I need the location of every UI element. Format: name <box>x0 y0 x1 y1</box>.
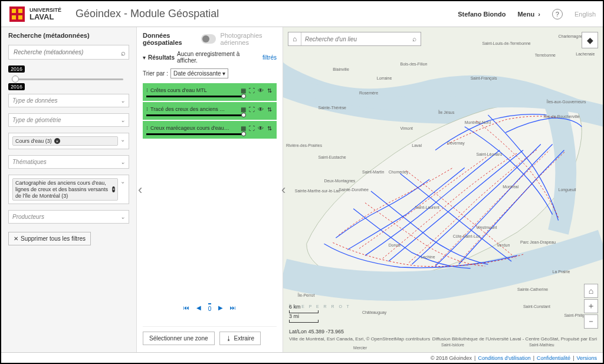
opacity-slider[interactable] <box>146 96 273 97</box>
svg-text:Lorraine: Lorraine <box>377 76 392 80</box>
select-zone-button[interactable]: Sélectionner une zone <box>143 332 215 345</box>
clear-filters-button[interactable]: ✕Supprimer tous les filtres <box>8 232 91 245</box>
thematiques-select[interactable]: Thématiques⌄ <box>8 155 129 169</box>
coordinates-readout: Lat/Lon 45.389 -73.965 <box>289 329 344 335</box>
svg-rect-3 <box>12 13 22 15</box>
svg-text:Terrebonne: Terrebonne <box>535 53 556 57</box>
svg-text:Saint-Mathieu: Saint-Mathieu <box>529 343 554 347</box>
drag-handle-icon[interactable]: ⁝ <box>146 106 148 112</box>
chevron-down-icon: ⌄ <box>120 117 125 123</box>
basemap-layers-icon[interactable]: ◆ <box>582 32 598 48</box>
attribute-table-icon[interactable]: ▦ <box>239 124 247 132</box>
privacy-link[interactable]: Confidentialité <box>537 355 570 361</box>
filtered-link[interactable]: filtrés <box>262 54 277 61</box>
svg-text:Montréal: Montréal <box>503 185 518 189</box>
svg-text:Saint-François: Saint-François <box>471 76 497 81</box>
results-summary: ▾ Résultats Aucun enregistrement à affic… <box>143 51 277 64</box>
visibility-icon[interactable]: 👁 <box>257 124 264 132</box>
svg-text:Île Jésus: Île Jésus <box>438 110 455 114</box>
svg-text:Bois-des-Filion: Bois-des-Filion <box>401 62 428 66</box>
collapse-results-handle[interactable]: ‹ <box>281 182 285 198</box>
zoom-in-icon[interactable]: ＋ <box>584 299 598 313</box>
collapse-sidebar-handle[interactable]: ‹ <box>138 182 142 198</box>
extract-button[interactable]: ⭳Extraire <box>219 332 261 345</box>
zoom-out-icon[interactable]: － <box>584 314 598 329</box>
carte-filter-select[interactable]: Cartographie des anciens cours d'eau, li… <box>8 175 129 204</box>
uni-label-name: LAVAL <box>29 13 61 21</box>
map-search-box: ⌂ ⌕ <box>288 32 421 46</box>
opacity-slider[interactable] <box>146 133 273 135</box>
attribute-table-icon[interactable]: ▦ <box>239 106 247 113</box>
svg-text:Sainte-Catherine: Sainte-Catherine <box>517 287 548 291</box>
remove-chip-icon[interactable]: × <box>54 138 60 144</box>
map-search-input[interactable] <box>301 36 408 42</box>
pager-first-icon[interactable]: ⏮ <box>183 304 189 311</box>
attribute-table-icon[interactable]: ▦ <box>239 87 247 94</box>
visibility-icon[interactable]: 👁 <box>257 106 264 113</box>
search-icon[interactable]: ⌕ <box>121 48 126 57</box>
results-panel: Données géospatiales Photographies aérie… <box>137 27 283 352</box>
sort-select[interactable]: Date décroissante ▾ <box>170 68 228 78</box>
remove-chip-icon[interactable]: × <box>112 186 115 192</box>
uni-logo: UNIVERSITÉ LAVAL <box>8 5 61 23</box>
opacity-slider[interactable] <box>146 114 273 116</box>
app-header: UNIVERSITÉ LAVAL Géoindex - Module Géosp… <box>1 1 603 27</box>
search-icon[interactable]: ⌕ <box>408 32 421 45</box>
layer-item[interactable]: ⁝ Creux marécageux cours d'eau… ▦ ⛶ 👁 ⇅ <box>143 121 277 139</box>
carte-chip-label: Cartographie des anciens cours d'eau, li… <box>15 180 110 199</box>
year-to-badge: 2016 <box>8 83 25 90</box>
map-home-icon[interactable]: ⌂ <box>584 284 598 298</box>
year-slider[interactable]: 2016 2016 <box>8 71 129 88</box>
svg-text:Deux-Montagnes: Deux-Montagnes <box>324 179 355 183</box>
terms-link[interactable]: Conditions d'utilisation <box>478 355 530 361</box>
producteurs-select[interactable]: Producteurs⌄ <box>8 210 129 224</box>
drag-handle-icon[interactable]: ⁝ <box>146 125 148 131</box>
chevron-down-icon: ⌄ <box>120 97 125 104</box>
filters-sidebar: Recherche (métadonnées) ⌕ 2016 2016 Type… <box>1 27 137 352</box>
svg-text:Vimont: Vimont <box>401 126 413 130</box>
svg-text:Saint-Léonard: Saint-Léonard <box>477 152 503 156</box>
type-geometrie-select[interactable]: Type de géométrie⌄ <box>8 113 129 127</box>
pager-prev-icon[interactable]: ◀ <box>196 304 201 311</box>
svg-text:Saint-Isidore: Saint-Isidore <box>441 343 464 347</box>
help-icon[interactable]: ? <box>552 9 563 19</box>
copyright: © 2018 Géoindex <box>431 355 472 361</box>
svg-text:Parc Jean-Drapeau: Parc Jean-Drapeau <box>520 240 556 245</box>
zoom-to-layer-icon[interactable]: ⛶ <box>248 87 255 94</box>
pager-last-icon[interactable]: ⏭ <box>230 304 236 311</box>
svg-text:Îles-de-Boucherville: Îles-de-Boucherville <box>543 114 580 119</box>
type-donnees-select[interactable]: Type de données⌄ <box>8 94 129 107</box>
layer-settings-icon[interactable]: ⇅ <box>266 106 273 113</box>
dataset-type-switch[interactable] <box>201 34 216 44</box>
svg-text:Sainte-Thérèse: Sainte-Thérèse <box>319 106 347 110</box>
svg-text:Longueuil: Longueuil <box>559 188 577 192</box>
map-pane[interactable]: Charlemagne Saint-Louis-de-Terrebonne Te… <box>283 27 603 352</box>
metadata-search-input[interactable] <box>8 45 129 60</box>
home-extent-icon[interactable]: ⌂ <box>288 32 301 45</box>
zoom-to-layer-icon[interactable]: ⛶ <box>248 106 255 113</box>
map-canvas[interactable]: Charlemagne Saint-Louis-de-Terrebonne Te… <box>283 27 603 352</box>
main-menu-link[interactable]: Menu › <box>517 11 540 18</box>
svg-text:Saint-Eustache: Saint-Eustache <box>319 155 346 159</box>
layer-filter-select[interactable]: Cours d'eau (3)× ⌄ <box>8 133 129 149</box>
layer-title: Crêtes cours d'eau MTL <box>150 87 237 93</box>
layer-title: Tracé des creux des anciens … <box>150 106 237 112</box>
layer-item[interactable]: ⁝ Tracé des creux des anciens … ▦ ⛶ 👁 ⇅ <box>143 102 277 120</box>
zoom-to-layer-icon[interactable]: ⛶ <box>248 124 255 132</box>
map-side-tools: ⌂ ＋ － <box>584 284 598 329</box>
visibility-icon[interactable]: 👁 <box>257 87 264 94</box>
svg-text:Saint-Louis-de-Terrebonne: Saint-Louis-de-Terrebonne <box>482 41 530 45</box>
layer-list: ⁝ Crêtes cours d'eau MTL ▦ ⛶ 👁 ⇅ ⁝ <box>143 83 277 139</box>
layer-settings-icon[interactable]: ⇅ <box>266 124 273 132</box>
layer-settings-icon[interactable]: ⇅ <box>266 87 273 94</box>
layer-item[interactable]: ⁝ Crêtes cours d'eau MTL ▦ ⛶ 👁 ⇅ <box>143 83 277 101</box>
pager-next-icon[interactable]: ▶ <box>218 304 223 311</box>
versions-link[interactable]: Versions <box>576 355 597 361</box>
filter-funnel-icon: ▾ <box>143 54 146 61</box>
svg-text:Îles-aux-Gouverneurs: Îles-aux-Gouverneurs <box>546 99 586 104</box>
language-switch[interactable]: English <box>575 11 596 18</box>
user-name[interactable]: Stefano Biondo <box>458 11 505 18</box>
chevron-down-icon: ⌄ <box>120 136 125 143</box>
drag-handle-icon[interactable]: ⁝ <box>146 87 148 93</box>
app-title: Géoindex - Module Géospatial <box>76 8 219 20</box>
